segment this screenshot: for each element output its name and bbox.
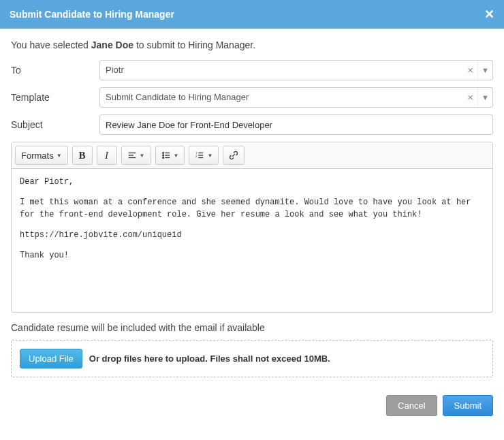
selected-name: Jane Doe (91, 40, 133, 50)
chevron-down-icon[interactable]: ▼ (477, 61, 492, 80)
to-value: Piotr (100, 61, 462, 80)
numbered-list-button[interactable]: 12 ▼ (189, 146, 219, 165)
chevron-down-icon: ▼ (140, 153, 145, 159)
align-left-icon (127, 151, 137, 160)
label-template: Template (11, 92, 99, 103)
align-button[interactable]: ▼ (121, 146, 151, 165)
body-greeting: Dear Piotr, (20, 176, 484, 188)
chevron-down-icon[interactable]: ▼ (477, 88, 492, 107)
file-dropzone[interactable]: Upload File Or drop files here to upload… (11, 340, 493, 377)
selected-candidate-line: You have selected Jane Doe to submit to … (11, 40, 493, 50)
numbered-list-icon: 12 (195, 151, 204, 160)
clear-icon[interactable]: ✕ (462, 88, 477, 107)
modal-body: You have selected Jane Doe to submit to … (0, 29, 504, 388)
body-paragraph: I met this woman at a conference and she… (20, 196, 484, 221)
body-signoff: Thank you! (20, 249, 484, 262)
template-value: Submit Candidate to Hiring Manager (100, 88, 462, 107)
bullet-list-button[interactable]: ▼ (155, 146, 185, 165)
dropzone-hint: Or drop files here to upload. Files shal… (89, 353, 330, 364)
chevron-down-icon: ▼ (207, 153, 212, 159)
link-icon (229, 151, 238, 160)
resume-note: Candidate resume will be included with t… (11, 322, 493, 333)
selected-suffix: to submit to Hiring Manager. (133, 40, 255, 50)
subject-input[interactable] (99, 114, 493, 135)
row-to: To Piotr ✕ ▼ (11, 60, 493, 80)
bold-button[interactable]: B (72, 146, 93, 165)
formats-button[interactable]: Formats ▼ (15, 146, 68, 165)
chevron-down-icon: ▼ (57, 153, 62, 159)
svg-text:2: 2 (195, 155, 198, 158)
svg-point-5 (162, 157, 163, 159)
formats-label: Formats (21, 151, 54, 161)
upload-file-button[interactable]: Upload File (20, 349, 82, 368)
editor-content[interactable]: Dear Piotr, I met this woman at a confer… (12, 169, 492, 312)
editor-toolbar: Formats ▼ B I ▼ ▼ 12 ▼ (12, 142, 492, 169)
bullet-list-icon (161, 151, 171, 160)
cancel-button[interactable]: Cancel (386, 395, 437, 416)
label-subject: Subject (11, 119, 99, 130)
rich-text-editor: Formats ▼ B I ▼ ▼ 12 ▼ Dear Piotr, I (11, 142, 493, 313)
body-link: https://hire.jobvite.com/uniqueid (20, 229, 484, 241)
modal-title: Submit Candidate to Hiring Manager (10, 9, 174, 20)
modal-footer: Cancel Submit (0, 388, 504, 427)
row-subject: Subject (11, 114, 493, 135)
clear-icon[interactable]: ✕ (462, 61, 477, 80)
svg-point-4 (162, 155, 163, 156)
italic-button[interactable]: I (97, 146, 117, 165)
modal-header: Submit Candidate to Hiring Manager ✕ (0, 0, 504, 29)
link-button[interactable] (223, 146, 245, 165)
row-template: Template Submit Candidate to Hiring Mana… (11, 87, 493, 108)
submit-button[interactable]: Submit (443, 395, 493, 416)
selected-prefix: You have selected (11, 40, 91, 50)
chevron-down-icon: ▼ (174, 153, 179, 159)
template-combo[interactable]: Submit Candidate to Hiring Manager ✕ ▼ (99, 87, 493, 108)
to-combo[interactable]: Piotr ✕ ▼ (99, 60, 493, 80)
label-to: To (11, 65, 99, 76)
close-icon[interactable]: ✕ (484, 7, 494, 22)
svg-point-3 (162, 153, 163, 154)
